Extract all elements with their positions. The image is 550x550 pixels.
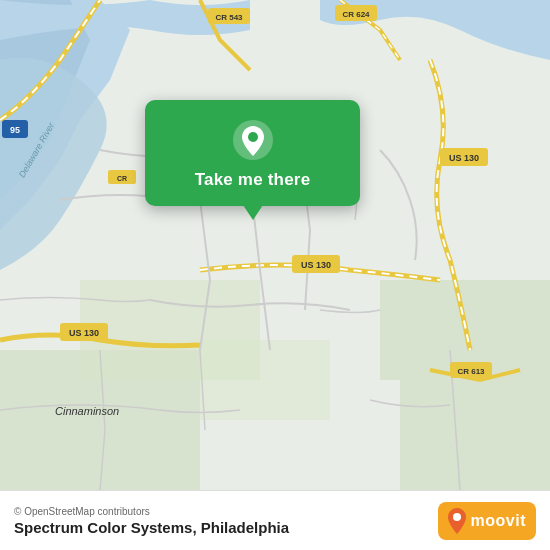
svg-text:95: 95 (10, 125, 20, 135)
moovit-pin-icon (448, 508, 466, 534)
svg-text:US 130: US 130 (449, 153, 479, 163)
svg-rect-3 (400, 380, 550, 490)
location-pin-icon (231, 118, 275, 162)
moovit-logo[interactable]: moovit (438, 502, 536, 540)
map-svg: 95 CR 624 CR 543 US 130 US 130 US 130 CR… (0, 0, 550, 490)
svg-text:CR 543: CR 543 (215, 13, 243, 22)
map-container[interactable]: 95 CR 624 CR 543 US 130 US 130 US 130 CR… (0, 0, 550, 490)
bottom-left-info: © OpenStreetMap contributors Spectrum Co… (14, 506, 289, 536)
take-me-there-button[interactable]: Take me there (195, 170, 311, 190)
attribution: © OpenStreetMap contributors (14, 506, 289, 517)
location-title: Spectrum Color Systems, Philadelphia (14, 519, 289, 536)
popup-card[interactable]: Take me there (145, 100, 360, 206)
svg-rect-5 (200, 340, 330, 420)
svg-text:US 130: US 130 (69, 328, 99, 338)
svg-point-26 (453, 513, 461, 521)
svg-text:Cinnaminson: Cinnaminson (55, 405, 119, 417)
svg-text:US 130: US 130 (301, 260, 331, 270)
svg-point-25 (248, 132, 258, 142)
bottom-bar: © OpenStreetMap contributors Spectrum Co… (0, 490, 550, 550)
moovit-text: moovit (471, 512, 526, 530)
svg-text:CR 624: CR 624 (342, 10, 370, 19)
svg-text:CR: CR (117, 175, 127, 182)
svg-text:CR 613: CR 613 (457, 367, 485, 376)
